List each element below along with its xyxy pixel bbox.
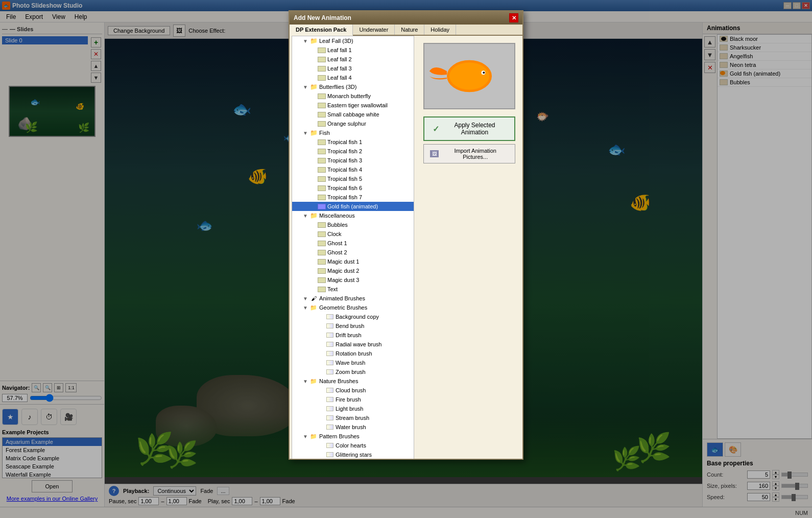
dialog-tab-nature[interactable]: Nature <box>395 25 424 35</box>
tree-tropical1[interactable]: Tropical fish 1 <box>292 137 414 147</box>
spacer-fb <box>318 395 326 404</box>
tree-leaf-fall-2[interactable]: Leaf fall 2 <box>292 55 414 64</box>
tree-stream-brush[interactable]: Stream brush <box>292 413 414 422</box>
dialog-tab-holiday[interactable]: Holiday <box>424 25 456 35</box>
expander-misc[interactable]: ▼ <box>301 211 309 220</box>
tree-magic1[interactable]: Magic dust 1 <box>292 257 414 266</box>
tree-leaf-fall-4[interactable]: Leaf fall 4 <box>292 73 414 82</box>
folder-icon-gb: 📁 <box>309 304 318 311</box>
tree-text[interactable]: Text <box>292 285 414 294</box>
label-stream-brush: Stream brush <box>336 415 369 421</box>
anim-icon-tr6 <box>318 185 326 191</box>
dialog-title: Add New Animation <box>294 14 351 21</box>
tree-pattern-brushes[interactable]: ▼ 📁 Pattern Brushes <box>292 432 414 441</box>
tree-radial-wave[interactable]: Radial wave brush <box>292 340 414 349</box>
tree-glitter-stars[interactable]: Glittering stars <box>292 450 414 459</box>
tree-ghost2[interactable]: Ghost 2 <box>292 248 414 257</box>
apply-check-icon: ✓ <box>433 124 439 134</box>
tree-tropical4[interactable]: Tropical fish 4 <box>292 165 414 174</box>
spacer-t4 <box>309 166 318 174</box>
tree-butterflies[interactable]: ▼ 📁 Butterflies (3D) <box>292 82 414 91</box>
tree-rotation-brush[interactable]: Rotation brush <box>292 349 414 358</box>
dialog-tab-extension-pack[interactable]: DP Extension Pack <box>290 25 353 36</box>
tree-color-hearts[interactable]: Color hearts <box>292 441 414 450</box>
tree-bg-copy[interactable]: Background copy <box>292 312 414 321</box>
anim-icon-ghost1 <box>318 240 326 246</box>
dialog-close-button[interactable]: ✕ <box>509 13 518 22</box>
dialog-tab-underwater[interactable]: Underwater <box>353 25 395 35</box>
tree-cabbage[interactable]: Small cabbage white <box>292 110 414 119</box>
tree-tropical7[interactable]: Tropical fish 7 <box>292 193 414 202</box>
tree-tropical5[interactable]: Tropical fish 5 <box>292 174 414 183</box>
tree-container: ▼ 📁 Leaf Fall (3D) Leaf fall 1 <box>290 36 416 459</box>
tree-monarch[interactable]: Monarch butterfly <box>292 91 414 101</box>
anim-icon-tr1 <box>318 139 326 145</box>
tree-ghost1[interactable]: Ghost 1 <box>292 239 414 248</box>
spacer-cl <box>309 230 318 238</box>
tree-gold-fish-anim[interactable]: Gold fish (animated) <box>292 202 414 211</box>
anim-icon-ghost2 <box>318 249 326 255</box>
tree-fish[interactable]: ▼ 📁 Fish <box>292 128 414 137</box>
tree-magic3[interactable]: Magic dust 3 <box>292 275 414 285</box>
tree-wave-brush[interactable]: Wave brush <box>292 358 414 367</box>
tree-geometric-brushes[interactable]: ▼ 📁 Geometric Brushes <box>292 303 414 312</box>
tree-leaf-fall[interactable]: ▼ 📁 Leaf Fall (3D) <box>292 36 414 45</box>
label-color-hearts: Color hearts <box>336 442 366 449</box>
expander-ab[interactable]: ▼ <box>301 294 309 302</box>
tree-animated-brushes[interactable]: ▼ 🖌 Animated Brushes <box>292 294 414 303</box>
label-tropical2: Tropical fish 2 <box>327 148 362 154</box>
spacer-tx <box>309 285 318 293</box>
tree-tiger[interactable]: Eastern tiger swallowtail <box>292 101 414 110</box>
tree-zoom-brush[interactable]: Zoom brush <box>292 367 414 376</box>
app-window: 🐟 Photo Slideshow Studio ─ □ ✕ File Expo… <box>0 0 812 518</box>
import-animation-button[interactable]: 🖼 Import Animation Pictures... <box>423 144 515 163</box>
tree-miscellaneous[interactable]: ▼ 📁 Miscellaneous <box>292 211 414 220</box>
expander-pb[interactable]: ▼ <box>301 432 309 440</box>
tree-clock[interactable]: Clock <box>292 229 414 239</box>
label-magic1: Magic dust 1 <box>327 258 359 265</box>
spacer-mg2 <box>309 267 318 275</box>
expander-nb[interactable]: ▼ <box>301 377 309 385</box>
spacer-cb <box>318 386 326 394</box>
tree-leaf-fall-3[interactable]: Leaf fall 3 <box>292 64 414 73</box>
preview-svg <box>424 43 514 109</box>
tree-tropical3[interactable]: Tropical fish 3 <box>292 156 414 165</box>
spacer-wtb <box>318 423 326 431</box>
expander-butterflies[interactable]: ▼ <box>301 83 309 91</box>
expander-fish[interactable]: ▼ <box>301 129 309 137</box>
tree-light-brush[interactable]: Light brush <box>292 404 414 413</box>
tree-drift-brush[interactable]: Drift brush <box>292 331 414 340</box>
add-animation-dialog: Add New Animation ✕ DP Extension Pack Un… <box>289 10 523 460</box>
spacer-monarch <box>309 92 318 100</box>
tree-tropical2[interactable]: Tropical fish 2 <box>292 147 414 156</box>
spacer-gh1 <box>309 239 318 247</box>
animation-tree[interactable]: ▼ 📁 Leaf Fall (3D) Leaf fall 1 <box>292 36 414 459</box>
anim-icon-tr2 <box>318 148 326 154</box>
apply-btn-label: Apply Selected Animation <box>443 122 506 136</box>
tree-tropical6[interactable]: Tropical fish 6 <box>292 183 414 193</box>
anim-icon-magic3 <box>318 277 326 283</box>
tree-fire-brush[interactable]: Fire brush <box>292 395 414 404</box>
brush-icon-rw <box>326 341 334 347</box>
anim-icon-tr4 <box>318 167 326 173</box>
brush-icon-cb <box>326 387 334 393</box>
tree-bubbles[interactable]: Bubbles <box>292 220 414 229</box>
tree-cloud-brush[interactable]: Cloud brush <box>292 386 414 395</box>
tree-water-brush[interactable]: Water brush <box>292 422 414 432</box>
tree-sulphur[interactable]: Orange sulphur <box>292 119 414 128</box>
folder-icon-ab: 🖌 <box>309 295 318 301</box>
tree-leaf-fall-1[interactable]: Leaf fall 1 <box>292 45 414 55</box>
expander-leaf-fall[interactable]: ▼ <box>301 37 309 45</box>
dialog-main: ▼ 📁 Leaf Fall (3D) Leaf fall 1 <box>290 36 522 459</box>
tree-nature-brushes[interactable]: ▼ 📁 Nature Brushes <box>292 376 414 386</box>
dialog-overlay: Add New Animation ✕ DP Extension Pack Un… <box>0 0 812 518</box>
label-nature-brushes: Nature Brushes <box>319 378 358 384</box>
apply-selected-animation-button[interactable]: ✓ Apply Selected Animation <box>423 116 515 141</box>
tree-magic2[interactable]: Magic dust 2 <box>292 266 414 275</box>
anim-icon-monarch <box>318 93 326 99</box>
label-cabbage: Small cabbage white <box>327 111 379 117</box>
expander-gb[interactable]: ▼ <box>301 303 309 312</box>
tree-bend-brush[interactable]: Bend brush <box>292 321 414 331</box>
label-rotation-brush: Rotation brush <box>336 350 372 357</box>
spacer-lf3 <box>309 64 318 73</box>
